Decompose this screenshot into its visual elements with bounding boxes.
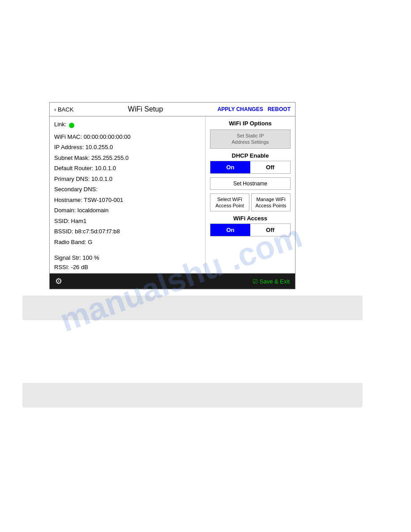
wifi-access-title: WiFi Access	[210, 215, 291, 222]
secondary-dns-row: Secondary DNS:	[54, 185, 201, 194]
back-button[interactable]: ‹ BACK	[54, 106, 73, 113]
select-wifi-ap-button[interactable]: Select WiFi Access Point	[210, 193, 249, 212]
panel-title: WiFi Setup	[128, 105, 163, 113]
dhcp-off-button[interactable]: Off	[250, 161, 290, 173]
radio-band-row: Radio Band: G	[54, 238, 201, 247]
subnet-mask-row: Subnet Mask: 255.255.255.0	[54, 154, 201, 163]
set-hostname-button[interactable]: Set Hostname	[210, 177, 291, 190]
wifi-panel: ‹ BACK WiFi Setup APPLY CHANGES REBOOT L…	[49, 102, 295, 289]
manage-wifi-ap-button[interactable]: Manage WiFi Access Points	[251, 193, 291, 212]
dhcp-title: DHCP Enable	[210, 152, 291, 159]
gear-icon[interactable]: ⚙	[55, 276, 62, 286]
save-exit-button[interactable]: ☑ Save & Exit	[253, 278, 290, 285]
hostname-row: Hostname: TSW-1070-001	[54, 196, 201, 205]
primary-dns-row: Primary DNS: 10.0.1.0	[54, 175, 201, 184]
link-status-dot	[69, 123, 74, 128]
signal-str-row: Signal Str: 100 %	[54, 254, 201, 261]
ip-address-row: IP Address: 10.0.255.0	[54, 143, 201, 152]
panel-footer: ⚙ ☑ Save & Exit	[50, 273, 295, 289]
header-actions: APPLY CHANGES REBOOT	[218, 106, 291, 112]
panel-bottom-row: Signal Str: 100 % RSSI: -26 dB	[50, 252, 295, 273]
default-router-row: Default Router: 10.0.1.0	[54, 164, 201, 173]
check-icon: ☑	[253, 278, 258, 285]
panel-body: Link: WiFi MAC: 00:00:00:00:00:00 IP Add…	[50, 116, 295, 252]
gray-bar-bottom	[22, 383, 363, 408]
wifi-ip-options-title: WiFi IP Options	[210, 120, 291, 127]
save-exit-label: Save & Exit	[260, 278, 290, 285]
link-label: Link:	[54, 120, 66, 129]
gray-bar-top	[22, 296, 363, 320]
apply-changes-button[interactable]: APPLY CHANGES	[218, 106, 263, 112]
right-column: WiFi IP Options Set Static IP Address Se…	[206, 116, 295, 252]
wifi-access-toggle: On Off	[210, 223, 291, 236]
reboot-button[interactable]: REBOOT	[268, 106, 291, 112]
static-ip-button[interactable]: Set Static IP Address Settings	[210, 129, 291, 149]
access-point-row: Select WiFi Access Point Manage WiFi Acc…	[210, 193, 291, 212]
link-row: Link:	[54, 120, 201, 131]
dhcp-toggle: On Off	[210, 161, 291, 174]
signal-section: Signal Str: 100 % RSSI: -26 dB	[50, 252, 206, 273]
left-column: Link: WiFi MAC: 00:00:00:00:00:00 IP Add…	[50, 116, 206, 252]
wifi-mac-row: WiFi MAC: 00:00:00:00:00:00	[54, 133, 201, 142]
domain-row: Domain: localdomain	[54, 206, 201, 215]
panel-header: ‹ BACK WiFi Setup APPLY CHANGES REBOOT	[50, 103, 295, 116]
wifi-off-button[interactable]: Off	[250, 224, 290, 236]
wifi-on-button[interactable]: On	[210, 224, 250, 236]
right-bottom-spacer	[206, 252, 295, 273]
ssid-row: SSID: Ham1	[54, 217, 201, 226]
bssid-row: BSSID: b8:c7:5d:07:f7:b8	[54, 227, 201, 236]
dhcp-on-button[interactable]: On	[210, 161, 250, 173]
rssi-row: RSSI: -26 dB	[54, 264, 201, 270]
